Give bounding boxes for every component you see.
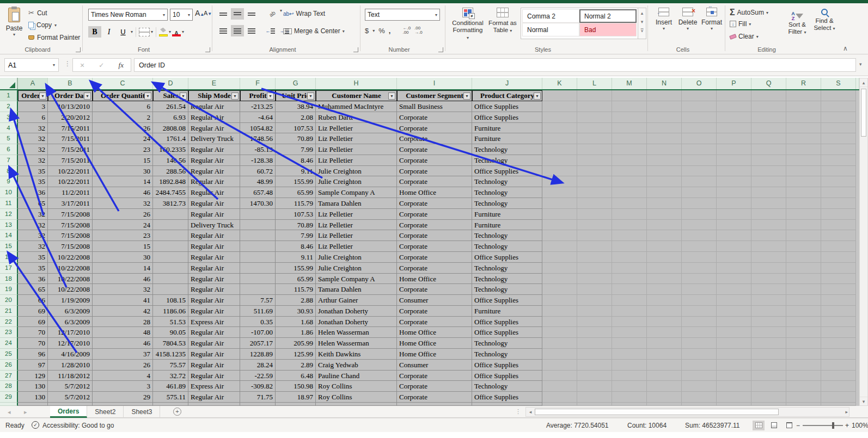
cell[interactable]: Office Supplies xyxy=(472,327,542,338)
cell[interactable]: Corporate xyxy=(397,176,472,187)
cell[interactable] xyxy=(276,403,316,406)
cell[interactable] xyxy=(316,403,397,406)
delete-cells-button[interactable]: × Delete▾ xyxy=(676,8,699,31)
cell[interactable] xyxy=(577,123,612,134)
cell[interactable] xyxy=(647,166,682,177)
cell[interactable] xyxy=(786,284,821,295)
cell[interactable]: 4/16/2009 xyxy=(48,349,93,360)
comma-style-button[interactable]: , xyxy=(389,27,391,35)
cell[interactable] xyxy=(821,403,856,406)
cell[interactable]: Regular Air xyxy=(188,349,240,360)
cell[interactable] xyxy=(577,101,612,112)
cell[interactable]: 12/17/2010 xyxy=(48,327,93,338)
cell[interactable]: 10/22/2008 xyxy=(48,284,93,295)
cell[interactable]: Liz Pelletier xyxy=(316,220,397,231)
row-header-22[interactable]: 22 xyxy=(0,317,18,328)
cell[interactable]: Julie Creighton xyxy=(316,166,397,177)
cell[interactable]: 3812.73 xyxy=(153,198,188,209)
cell[interactable]: 5/7/2012 xyxy=(48,392,93,403)
name-box[interactable]: A1▾ xyxy=(4,58,59,72)
cell[interactable] xyxy=(821,187,856,198)
cell[interactable] xyxy=(647,360,682,371)
cell[interactable] xyxy=(786,371,821,381)
grow-font-button[interactable]: A▲ xyxy=(195,9,204,17)
paste-button[interactable]: Paste ▾ xyxy=(3,8,25,44)
cell[interactable] xyxy=(577,230,612,241)
cell[interactable] xyxy=(751,230,786,241)
cell[interactable]: Julie Creighton xyxy=(316,252,397,263)
cell[interactable]: 0.35 xyxy=(240,317,276,328)
cell[interactable]: Technology xyxy=(472,230,542,241)
cell[interactable] xyxy=(786,274,821,285)
cell[interactable] xyxy=(717,176,751,187)
sheet-tab-sheet2[interactable]: Sheet2 xyxy=(87,406,124,418)
cell[interactable] xyxy=(577,306,612,317)
cell[interactable]: Furniture xyxy=(472,306,542,317)
cell[interactable]: Corporate xyxy=(397,133,472,144)
filter-button-E[interactable]: ▼ xyxy=(231,92,239,100)
cell[interactable] xyxy=(647,187,682,198)
cell[interactable] xyxy=(821,371,856,381)
cut-button[interactable]: ✂Cut xyxy=(28,9,47,17)
cell[interactable] xyxy=(751,392,786,403)
row-header-4[interactable]: 4 xyxy=(0,123,18,134)
table-header-A[interactable]: Order I▼ xyxy=(18,90,48,101)
cell[interactable] xyxy=(682,317,717,328)
cell[interactable] xyxy=(751,338,786,349)
cell[interactable]: Corporate xyxy=(397,371,472,381)
cell[interactable] xyxy=(240,252,276,263)
cell[interactable]: 7/15/2011 xyxy=(48,155,93,166)
cell[interactable]: Technology xyxy=(472,187,542,198)
cell[interactable]: Regular Air xyxy=(188,123,240,134)
cell[interactable] xyxy=(577,112,612,123)
cell[interactable]: 1/28/2010 xyxy=(48,360,93,371)
cell[interactable] xyxy=(717,349,751,360)
cell[interactable] xyxy=(786,349,821,360)
cell[interactable]: 14 xyxy=(93,263,153,274)
cell[interactable]: 7/15/2008 xyxy=(48,220,93,231)
cell[interactable] xyxy=(612,360,647,371)
cell[interactable] xyxy=(647,263,682,274)
cell[interactable] xyxy=(786,112,821,123)
cell[interactable] xyxy=(647,306,682,317)
row-header-7[interactable]: 7 xyxy=(0,155,18,166)
cell[interactable] xyxy=(612,112,647,123)
cell[interactable]: Regular Air xyxy=(188,371,240,381)
cell[interactable]: Tamara Dahlen xyxy=(316,284,397,295)
cell[interactable] xyxy=(821,230,856,241)
cell[interactable] xyxy=(751,263,786,274)
cell[interactable]: 125.99 xyxy=(276,349,316,360)
cell[interactable] xyxy=(682,230,717,241)
cell[interactable] xyxy=(682,338,717,349)
cell[interactable] xyxy=(717,187,751,198)
cell[interactable]: Regular Air xyxy=(188,101,240,112)
cell[interactable] xyxy=(542,155,577,166)
table-header-B[interactable]: Order Dat▼ xyxy=(48,90,93,101)
collapse-ribbon-button[interactable]: ∧ xyxy=(843,45,848,52)
cell[interactable]: -128.38 xyxy=(240,155,276,166)
cell[interactable]: 155.99 xyxy=(276,176,316,187)
orientation-button[interactable]: ab xyxy=(264,5,281,22)
cell[interactable] xyxy=(682,101,717,112)
format-as-table-button[interactable]: Format as Table ▾ xyxy=(487,8,518,34)
column-header-N[interactable]: N xyxy=(647,78,682,89)
cell[interactable]: Liz Pelletier xyxy=(316,241,397,252)
cell[interactable]: Liz Pelletier xyxy=(316,155,397,166)
column-header-B[interactable]: B xyxy=(48,78,93,89)
cell[interactable]: Regular Air xyxy=(188,338,240,349)
cell[interactable]: 15 xyxy=(93,155,153,166)
cell[interactable]: Regular Air xyxy=(188,144,240,155)
cell[interactable] xyxy=(542,371,577,381)
cell[interactable]: 7/15/2011 xyxy=(48,144,93,155)
filter-button-F[interactable]: ▼ xyxy=(267,92,274,100)
cell[interactable]: Regular Air xyxy=(188,241,240,252)
bold-button[interactable]: B xyxy=(88,26,101,38)
cell[interactable] xyxy=(821,274,856,285)
cell[interactable]: 60.72 xyxy=(240,166,276,177)
cell[interactable] xyxy=(717,101,751,112)
cell[interactable]: Regular Air xyxy=(188,155,240,166)
cell[interactable]: 70.89 xyxy=(276,220,316,231)
cell[interactable] xyxy=(717,317,751,328)
cell[interactable]: Office Supplies xyxy=(472,317,542,328)
column-header-A[interactable]: A xyxy=(18,78,48,89)
